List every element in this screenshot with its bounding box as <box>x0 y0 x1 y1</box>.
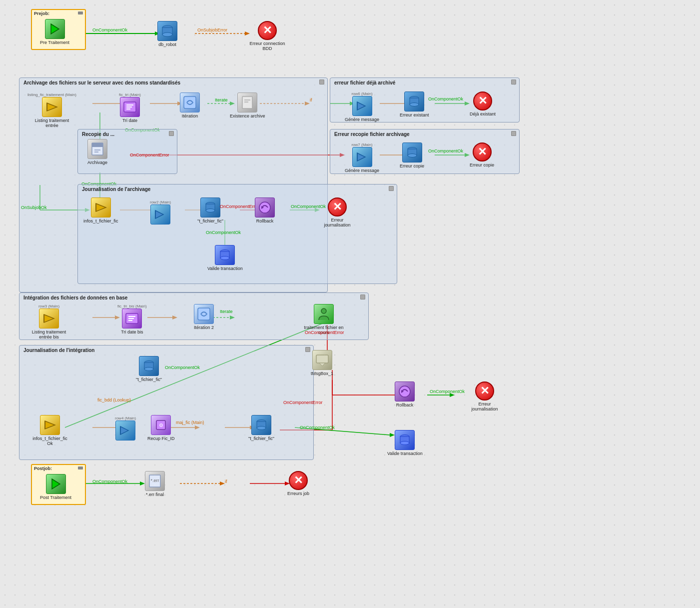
pre-traitement-node[interactable]: Pre Traitement <box>40 19 69 45</box>
svg-point-138 <box>400 442 409 445</box>
erreur-copie2-node[interactable]: ✕ Erreur copie <box>470 142 494 168</box>
valide-transaction2-label: Valide transaction <box>387 451 423 456</box>
post-traitement-node[interactable]: Post Traitement <box>40 474 71 500</box>
svg-point-99 <box>408 154 417 158</box>
t-fichier-fic3-label: "t_fichier_fic" <box>248 436 274 441</box>
rollback2-icon <box>395 382 415 402</box>
row6-node[interactable]: row6 (Main) Génère message <box>345 92 379 122</box>
journalisation-arch-minimize[interactable] <box>389 186 394 191</box>
flow-canvas: Prejob: Pre Traitement OnComponentOk db_… <box>0 0 700 608</box>
svg-rect-120 <box>316 355 328 363</box>
rollback2-node[interactable]: Rollback <box>395 382 415 408</box>
existence-archive-node[interactable]: Existence archive <box>230 92 265 118</box>
tri-date-label: Tri date <box>122 118 137 123</box>
erreur-copie1-node[interactable]: Erreur copie <box>400 142 424 168</box>
t-fichier-fic2-node[interactable]: "t_fichier_fic" <box>136 356 162 382</box>
svg-marker-100 <box>96 204 106 212</box>
infos-t-fichier-ok-label: infos_t_fichier_fic Ok <box>30 436 70 446</box>
t-fichier-fic3-node[interactable]: "t_fichier_fic" <box>248 415 274 441</box>
archivage-node[interactable]: Archivage <box>87 139 107 165</box>
post-traitement-label: Post Traitement <box>40 495 71 500</box>
svg-point-124 <box>144 368 153 371</box>
svg-point-125 <box>399 386 410 397</box>
t-fichier-fic1-icon <box>200 198 220 218</box>
conn-iterate2: Iterate <box>220 309 233 314</box>
svg-marker-69 <box>220 482 225 486</box>
row2-node[interactable]: row2 (Main) <box>150 200 171 224</box>
recopie-title: Recopie du ... <box>82 132 114 137</box>
tri-date-node[interactable]: fic_tri (Main) Tri date <box>119 92 141 123</box>
infos-t-fichier-ok-node[interactable]: infos_t_fichier_fic Ok <box>30 415 70 446</box>
recup-fic-id-node[interactable]: ⚙ Recup Fic_ID <box>147 415 175 441</box>
row6-icon <box>352 96 372 116</box>
t-fichier-fic3-icon <box>251 415 271 435</box>
journalisation-int-minimize[interactable] <box>305 347 310 352</box>
row7-node[interactable]: row7 (Main) Génère message <box>345 142 379 173</box>
prejob-minimize[interactable] <box>78 12 83 14</box>
listing-bis-node[interactable]: row3 (Main) Listing traitement entrée bi… <box>29 304 69 340</box>
rollback1-icon <box>255 198 275 218</box>
erreur-journal1-label: Erreur journalisation <box>317 218 357 228</box>
tri-date-bis-icon <box>122 308 142 328</box>
recopie-minimize[interactable] <box>169 131 174 136</box>
row4-node[interactable]: row4 (Main) <box>115 416 136 440</box>
erreurs-job-node[interactable]: ✕ Erreurs job <box>287 471 309 496</box>
deja-existant-icon: ✕ <box>473 92 492 110</box>
err-final-label: *.err final <box>146 492 164 497</box>
erreur-existant-icon <box>404 92 424 112</box>
erreur-existant-node[interactable]: Erreur existant <box>400 92 429 118</box>
integration-title: Intégration des fichiers de données en b… <box>23 295 127 300</box>
existence-archive-label: Existence archive <box>230 114 265 118</box>
archivage-label: Archivage <box>87 160 107 165</box>
svg-point-90 <box>410 103 419 106</box>
listing-node[interactable]: listing_fic_traitement (Main) Listing tr… <box>27 92 76 128</box>
integration-minimize[interactable] <box>360 294 365 300</box>
valide-transaction1-label: Valide transaction <box>207 266 243 271</box>
deja-existant-node[interactable]: ✕ Déjà existant <box>470 92 496 116</box>
infos-t-fichier-node[interactable]: infos_t_fichier_fic <box>83 198 118 224</box>
erreur-journal1-icon: ✕ <box>328 198 347 216</box>
valide-transaction2-node[interactable]: Valide transaction <box>387 430 423 456</box>
erreur-recopie-minimize[interactable] <box>511 131 516 136</box>
row4-icon <box>115 420 135 440</box>
listing-bis-icon <box>39 308 59 328</box>
rollback1-node[interactable]: Rollback <box>255 198 275 224</box>
tmsgbox-node[interactable]: tMsgBox_1 <box>311 350 333 376</box>
erreur-bdd-label: Erreur connection BDD <box>247 41 287 51</box>
iteration2-node[interactable]: Itération 2 <box>194 304 214 330</box>
erreur-bdd-node[interactable]: ✕ Erreur connection BDD <box>247 21 287 51</box>
erreur-journal1-node[interactable]: ✕ Erreur journalisation <box>317 198 357 228</box>
row7-icon <box>352 147 372 167</box>
pre-traitement-icon <box>45 19 65 39</box>
iteration-node[interactable]: Itération <box>180 92 200 118</box>
archivage-minimize[interactable] <box>319 80 324 84</box>
conn-if2: if <box>225 479 227 484</box>
infos-t-fichier-ok-icon <box>40 415 60 435</box>
svg-text:*.err: *.err <box>150 478 159 483</box>
pre-traitement-label: Pre Traitement <box>40 40 69 45</box>
tri-date-bis-node[interactable]: fic_tri_bis (Main) Tri date bis <box>117 304 147 334</box>
conn-iterate: Iterate <box>215 98 228 102</box>
valide-transaction1-node[interactable]: Valide transaction <box>207 245 243 271</box>
erreur-journal2-icon: ✕ <box>475 382 494 400</box>
t-fichier-fic1-node[interactable]: "t_fichier_fic" <box>197 198 223 224</box>
db-robot-node[interactable]: db_robot <box>157 21 177 47</box>
tmsgbox-icon <box>312 350 332 370</box>
conn-subjob-ok: OnSubjobOk <box>21 205 47 210</box>
conn-valide1-ok: OnComponentOk <box>206 230 241 235</box>
erreur-archive-minimize[interactable] <box>511 80 516 84</box>
archivage-title: Archivage des fichiers sur le serveur av… <box>23 80 180 86</box>
erreur-journal2-label: Erreur journalisation <box>465 402 505 412</box>
archivage-icon <box>87 139 107 159</box>
conn-maj-fic: maj_fic (Main) <box>176 420 204 425</box>
svg-marker-86 <box>357 102 365 110</box>
t-fichier-fic2-icon <box>139 356 159 376</box>
rollback1-label: Rollback <box>256 218 274 224</box>
existence-archive-icon <box>237 92 257 112</box>
svg-marker-112 <box>44 314 54 322</box>
erreur-journal2-node[interactable]: ✕ Erreur journalisation <box>465 382 505 412</box>
infos-t-fichier-label: infos_t_fichier_fic <box>83 218 118 224</box>
postjob-minimize[interactable] <box>78 466 83 470</box>
erreur-copie1-icon <box>402 142 422 162</box>
err-final-node[interactable]: *.err *.err final <box>145 471 165 497</box>
